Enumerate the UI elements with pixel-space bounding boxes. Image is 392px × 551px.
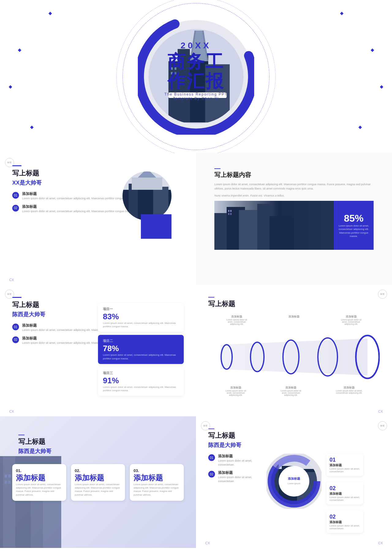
svg-rect-31 xyxy=(228,213,229,215)
svg-rect-28 xyxy=(270,216,294,250)
diamond-deco-4 xyxy=(358,126,362,129)
diamond-deco-5 xyxy=(18,48,21,52)
num-cards-row: 01. 添加标题 Lorem ipsum dolor sit amet, con… xyxy=(12,464,184,501)
svg-rect-43 xyxy=(8,474,11,478)
proj-pct-1: 83% xyxy=(103,312,179,321)
divider-7 xyxy=(208,429,214,429)
building-circle xyxy=(123,171,172,220)
num-card-3: 03. 添加标题 Lorem ipsum dolor sit amet, con… xyxy=(130,464,184,501)
slide5-title: 写上标题 xyxy=(208,299,380,309)
slide5-tag: 标签 xyxy=(378,290,387,299)
percent-badge: 85% Lorem ipsum dolor sit amet, consecte… xyxy=(334,201,374,250)
funnel-visual: 添加标题 Lorem ipsum dolor sit amet, consect… xyxy=(208,315,380,400)
year-text: 20XX xyxy=(164,41,228,51)
slide7-tag-r: 标签 xyxy=(378,421,387,430)
funnel-blbl-3: 添加标题 Lorem ipsum dolor sit amet, consect… xyxy=(334,386,364,396)
list4-num-2: 02 xyxy=(12,336,19,343)
funnel-lbl-2: 添加标题 xyxy=(282,315,306,325)
side-item-2: 02 添加标题 Lorem ipsum dolor sit amet, cons… xyxy=(326,482,363,504)
slide3: 写上标题内容 Lorem ipsum dolor sit amet, conse… xyxy=(196,153,392,285)
main-title: 商务工作汇报 xyxy=(164,52,228,91)
proj-name-2: 项目二 xyxy=(103,339,179,343)
list-text-1: Lorem ipsum dolor sit amet, consectetuer… xyxy=(22,197,134,201)
percent-num: 85% xyxy=(344,213,364,224)
slide2-circle-image xyxy=(123,171,178,239)
funnel-labels-bottom: 添加标题 Lorem ipsum dolor sit amet, consect… xyxy=(208,386,380,396)
proj-desc-2: Lorem ipsum dolor sit amet, consectetuer… xyxy=(103,353,179,360)
cx-mark-7r: CX xyxy=(378,541,383,545)
funnel-lbl-3: 添加标题 Lorem ipsum dolor sit amet, consect… xyxy=(339,315,364,325)
svg-text:添加标题: 添加标题 xyxy=(288,477,300,480)
slide6: 写上标题 陈西是大帅哥 01. 添加标题 Lorem ipsum dolor s… xyxy=(0,416,196,548)
divider-5 xyxy=(208,297,214,298)
slide5-content: 写上标题 添加标题 Lorem ipsum dolor sit amet, co… xyxy=(208,297,380,400)
num-card-2: 02. 添加标题 Lorem ipsum dolor sit amet, con… xyxy=(71,464,125,501)
diamond-deco-7 xyxy=(9,85,12,88)
list-text-2: Lorem ipsum dolor sit amet, consectetuer… xyxy=(22,209,134,213)
blue-rect-deco xyxy=(141,214,172,239)
slide4: 标签 写上标题 陈西是大帅哥 01 添加标题 Lorem ipsum dolor… xyxy=(0,285,196,416)
proj-name-3: 项目三 xyxy=(103,371,179,375)
svg-rect-44 xyxy=(5,481,7,484)
cx-mark-7l: CX xyxy=(205,541,210,545)
slide7-tag-l: 标签 xyxy=(201,421,210,430)
proj-card-2: 项目二 78% Lorem ipsum dolor sit amet, cons… xyxy=(98,335,184,364)
section-line-2 xyxy=(12,165,21,166)
funnel-svg xyxy=(208,326,380,388)
diamond-deco-6 xyxy=(371,48,374,52)
diamond-deco-8 xyxy=(380,85,383,88)
slide7-item-2: 02 添加标题 Lorem ipsum dolor sit amet, cons… xyxy=(208,470,262,483)
slides-row-2: 标签 写上标题 陈西是大帅哥 01 添加标题 Lorem ipsum dolor… xyxy=(0,285,392,416)
num-card-title-3: 03. xyxy=(134,468,180,473)
side-item-3: 02 添加标题 Lorem ipsum dolor sit amet, cons… xyxy=(326,511,363,533)
slide2: 标签 写上标题 XX是大帅哥 01 添加标题 Lorem ipsum dolor… xyxy=(0,153,196,285)
proj-card-3: 项目三 91% Lorem ipsum dolor sit amet, cons… xyxy=(98,367,184,396)
side-item-1: 01 添加标题 Lorem ipsum dolor sit amet, cons… xyxy=(326,454,363,476)
slide7: 标签 标签 写上标题 陈西是大帅哥 01 添加标题 Lorem ipsum do… xyxy=(196,416,392,548)
slide7-subtitle: 陈西是大帅哥 xyxy=(208,441,380,449)
proj-name-1: 项目一 xyxy=(103,307,179,311)
slide3-content: 写上标题内容 Lorem ipsum dolor sit amet, conse… xyxy=(208,162,380,256)
funnel-blbl-2: 添加标题 Lorem ipsum dolor sit amet, consect… xyxy=(279,386,303,396)
svg-rect-42 xyxy=(5,474,7,478)
diamond-deco-2 xyxy=(340,12,343,15)
project-cards: 项目一 83% Lorem ipsum dolor sit amet, cons… xyxy=(98,303,184,399)
list-label-2: 添加标题 xyxy=(22,204,134,209)
slide1-hero: 20XX 商务工作汇报 The Business Reporting PPT T… xyxy=(0,0,392,153)
list-num-2: 02 xyxy=(12,205,19,212)
num-card-title-2: 02. xyxy=(75,468,121,473)
num-card-title-1: 01. xyxy=(16,468,62,473)
svg-rect-29 xyxy=(228,210,229,212)
slide3-title: 写上标题内容 xyxy=(214,171,374,179)
slide3-body: Lorem ipsum dolor sit amet, consectetuer… xyxy=(214,182,374,191)
proj-desc-1: Lorem ipsum dolor sit amet, consectetuer… xyxy=(103,321,179,328)
hero-circle: 20XX 商务工作汇报 The Business Reporting PPT T… xyxy=(132,12,260,141)
proj-pct-3: 91% xyxy=(103,376,179,385)
cx-mark-5: CX xyxy=(378,410,383,413)
cx-mark-4: CX xyxy=(9,410,14,413)
slide6-subtitle: 陈西是大帅哥 xyxy=(18,448,184,455)
slide6-title: 写上标题 xyxy=(18,437,184,446)
funnel-blbl-1: 添加标题 Lorem ipsum dolor sit amet, consect… xyxy=(224,386,248,396)
svg-point-56 xyxy=(279,466,309,497)
diamond-deco-3 xyxy=(30,126,33,129)
svg-rect-30 xyxy=(230,210,232,212)
list4-num-1: 01 xyxy=(12,324,19,330)
section-line-4 xyxy=(12,297,21,298)
list-label-1: 添加标题 xyxy=(22,191,134,197)
percent-text: Lorem ipsum dolor sit amet, consectetuer… xyxy=(337,224,371,238)
num-card-1: 01. 添加标题 Lorem ipsum dolor sit amet, con… xyxy=(12,464,66,501)
slide7-labels: 01 添加标题 Lorem ipsum dolor sit amet, cons… xyxy=(208,454,262,536)
slide7-main-area: 01 添加标题 Lorem ipsum dolor sit amet, cons… xyxy=(208,454,380,536)
slide2-tag: 标签 xyxy=(5,158,14,167)
proj-card-1: 项目一 83% Lorem ipsum dolor sit amet, cons… xyxy=(98,303,184,332)
slide7-item-1: 01 添加标题 Lorem ipsum dolor sit amet, cons… xyxy=(208,454,262,467)
sub-title: The Business Reporting PPT Template By C… xyxy=(164,92,228,100)
hero-text-overlay: 20XX 商务工作汇报 The Business Reporting PPT T… xyxy=(164,41,228,101)
building-svg xyxy=(123,171,172,220)
slide4-tag: 标签 xyxy=(5,290,14,299)
donut-svg: 添加标题 Lorem ipsum xyxy=(266,454,322,509)
slide7-side-items: 01 添加标题 Lorem ipsum dolor sit amet, cons… xyxy=(326,454,380,536)
slide3-building: 85% Lorem ipsum dolor sit amet, consecte… xyxy=(214,201,374,250)
svg-rect-32 xyxy=(230,213,232,215)
